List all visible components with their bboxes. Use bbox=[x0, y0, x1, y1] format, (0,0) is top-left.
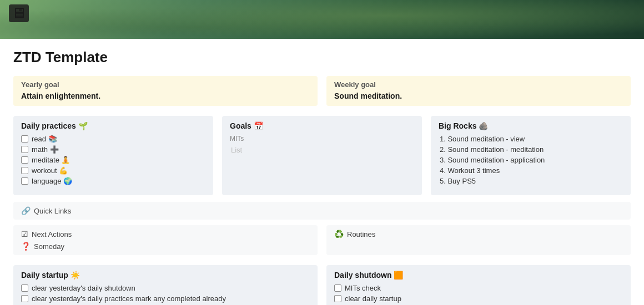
practice-label: meditate 🧘 bbox=[32, 156, 70, 164]
header-banner: 🖥 bbox=[0, 0, 644, 39]
goals-list-placeholder: List bbox=[231, 146, 242, 154]
big-rock-item: 2. Sound meditation - meditation bbox=[439, 145, 623, 154]
checkbox-icon: ☑ bbox=[21, 230, 28, 238]
big-rocks-list: 1. Sound meditation - view2. Sound medit… bbox=[439, 135, 623, 185]
daily-practices-list: read 📚math ➕meditate 🧘workout 💪language … bbox=[21, 135, 205, 185]
daily-practice-item: meditate 🧘 bbox=[21, 156, 205, 164]
question-icon: ❓ bbox=[21, 242, 31, 251]
checkbox[interactable] bbox=[21, 146, 28, 153]
someday-label: Someday bbox=[34, 242, 64, 251]
big-rock-item: 5. Buy PS5 bbox=[439, 177, 623, 185]
checkbox[interactable] bbox=[21, 156, 28, 164]
page-title: ZTD Template bbox=[13, 49, 631, 66]
checkbox[interactable] bbox=[21, 167, 28, 174]
goals-list: List bbox=[230, 146, 414, 154]
monitor-icon: 🖥 bbox=[9, 4, 29, 22]
practice-label: workout 💪 bbox=[32, 166, 68, 175]
practice-label: math ➕ bbox=[32, 145, 59, 154]
goals-list-item: List bbox=[230, 146, 414, 154]
startup-label: clear yesterday's daily practices mark a… bbox=[32, 294, 226, 303]
big-rock-item: 1. Sound meditation - view bbox=[439, 135, 623, 143]
startup-item: clear yesterday's daily practices mark a… bbox=[21, 294, 310, 303]
quick-links-item[interactable]: 🔗 Quick Links bbox=[21, 206, 623, 215]
recycle-icon: ♻️ bbox=[334, 230, 344, 238]
routines-half: ♻️ Routines bbox=[326, 225, 631, 255]
checkbox[interactable] bbox=[334, 295, 341, 302]
big-rocks-card: Big Rocks 🪨 1. Sound meditation - view2.… bbox=[431, 116, 631, 195]
quick-links-row[interactable]: 🔗 Quick Links bbox=[13, 202, 631, 220]
goals-title: Goals 📅 bbox=[230, 121, 414, 130]
daily-practice-item: language 🌍 bbox=[21, 177, 205, 185]
big-rocks-title: Big Rocks 🪨 bbox=[439, 121, 623, 130]
yearly-goal-box: Yearly goal Attain enlightenment. bbox=[13, 76, 318, 106]
practice-label: read 📚 bbox=[32, 135, 57, 143]
goals-mit-label: MITs bbox=[230, 135, 414, 143]
three-col-section: Daily practices 🌱 read 📚math ➕meditate 🧘… bbox=[13, 116, 631, 195]
daily-practice-item: workout 💪 bbox=[21, 166, 205, 175]
goals-row: Yearly goal Attain enlightenment. Weekly… bbox=[13, 76, 631, 106]
daily-shutdown-title: Daily shutdown 🟧 bbox=[334, 271, 623, 279]
main-content: ZTD Template Yearly goal Attain enlighte… bbox=[0, 39, 644, 305]
weekly-goal-value: Sound meditation. bbox=[334, 92, 623, 100]
quick-links-label: Quick Links bbox=[34, 207, 71, 215]
startup-item: clear yesterday's daily shutdown bbox=[21, 284, 310, 292]
checkbox[interactable] bbox=[21, 295, 28, 302]
shutdown-label: MITs check bbox=[345, 284, 381, 292]
goals-card: Goals 📅 MITs List bbox=[222, 116, 422, 195]
shutdown-item: MITs check bbox=[334, 284, 623, 292]
daily-practice-item: read 📚 bbox=[21, 135, 205, 143]
two-action-row: ☑ Next Actions ❓ Someday ♻️ Routines bbox=[13, 225, 631, 255]
shutdown-label: clear daily startup bbox=[345, 294, 401, 303]
routines-label: Routines bbox=[347, 230, 375, 238]
daily-practices-card: Daily practices 🌱 read 📚math ➕meditate 🧘… bbox=[13, 116, 213, 195]
daily-practices-title: Daily practices 🌱 bbox=[21, 121, 205, 130]
big-rock-item: 3. Sound meditation - application bbox=[439, 156, 623, 164]
daily-startup-card: Daily startup ☀️ clear yesterday's daily… bbox=[13, 265, 318, 305]
weekly-goal-box: Weekly goal Sound meditation. bbox=[326, 76, 631, 106]
next-actions-label: Next Actions bbox=[32, 230, 72, 238]
routines-item[interactable]: ♻️ Routines bbox=[334, 230, 623, 238]
someday-item[interactable]: ❓ Someday bbox=[21, 242, 310, 251]
next-actions-item[interactable]: ☑ Next Actions bbox=[21, 230, 310, 238]
practice-label: language 🌍 bbox=[32, 177, 72, 185]
daily-shutdown-card: Daily shutdown 🟧 MITs checkclear daily s… bbox=[326, 265, 631, 305]
checkbox[interactable] bbox=[21, 284, 28, 292]
startup-label: clear yesterday's daily shutdown bbox=[32, 284, 135, 292]
big-rock-item: 4. Workout 3 times bbox=[439, 166, 623, 175]
shutdown-item: clear daily startup bbox=[334, 294, 623, 303]
weekly-goal-label: Weekly goal bbox=[334, 80, 623, 89]
link-icon: 🔗 bbox=[21, 206, 31, 215]
daily-shutdown-list: MITs checkclear daily startuplog time fo… bbox=[334, 284, 623, 305]
checkbox[interactable] bbox=[21, 135, 28, 143]
next-actions-half: ☑ Next Actions ❓ Someday bbox=[13, 225, 318, 255]
yearly-goal-label: Yearly goal bbox=[21, 80, 310, 89]
bottom-two-col: Daily startup ☀️ clear yesterday's daily… bbox=[13, 265, 631, 305]
checkbox[interactable] bbox=[334, 284, 341, 292]
daily-practice-item: math ➕ bbox=[21, 145, 205, 154]
daily-startup-title: Daily startup ☀️ bbox=[21, 271, 310, 279]
daily-startup-list: clear yesterday's daily shutdownclear ye… bbox=[21, 284, 310, 305]
yearly-goal-value: Attain enlightenment. bbox=[21, 92, 310, 100]
checkbox[interactable] bbox=[21, 177, 28, 185]
